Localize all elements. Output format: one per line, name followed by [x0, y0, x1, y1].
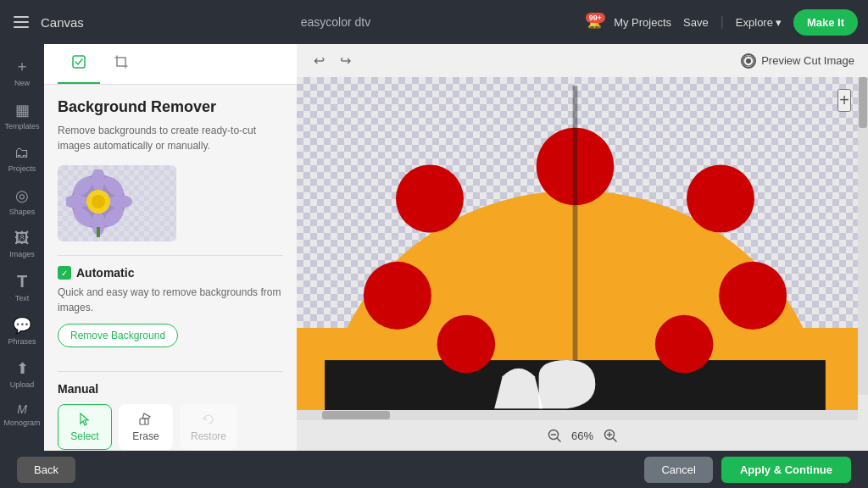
notification-button[interactable]: 🔔 99+ — [587, 16, 602, 29]
svg-line-29 — [557, 438, 560, 441]
svg-point-26 — [655, 315, 714, 374]
vertical-scrollbar-thumb[interactable] — [859, 77, 867, 128]
tab-crop[interactable] — [100, 44, 142, 84]
sidebar-item-images[interactable]: 🖼 Images — [3, 225, 41, 263]
sidebar-item-label: Monogram — [3, 419, 40, 427]
canvas-zoom-plus-button[interactable]: + — [837, 89, 851, 112]
remove-background-button[interactable]: Remove Background — [58, 324, 178, 347]
header-left: Canvas — [10, 13, 84, 31]
svg-point-23 — [364, 262, 431, 330]
preview-cut-button[interactable]: Preview Cut Image — [741, 53, 854, 69]
sidebar-item-text[interactable]: T Text — [3, 267, 41, 308]
sidebar-item-upload[interactable]: ⬆ Upload — [3, 354, 41, 394]
upload-icon: ⬆ — [16, 359, 29, 378]
horizontal-scrollbar[interactable] — [297, 410, 858, 420]
automatic-desc: Quick and easy way to remove backgrounds… — [58, 285, 283, 315]
chevron-down-icon: ▾ — [776, 16, 782, 29]
sidebar-item-label: Text — [15, 294, 30, 302]
canvas-image — [297, 77, 858, 410]
svg-rect-13 — [140, 419, 148, 424]
automatic-title: Automatic — [76, 266, 134, 280]
explore-button[interactable]: Explore ▾ — [736, 16, 782, 29]
header-divider: | — [721, 14, 724, 30]
tab-bg-remove[interactable] — [58, 44, 100, 84]
preview-cut-label: Preview Cut Image — [761, 54, 854, 67]
ladybug-illustration — [297, 77, 858, 410]
erase-tool-label: Erase — [132, 430, 159, 442]
select-tool-button[interactable]: Select — [58, 404, 112, 450]
automatic-title-row: ✓ Automatic — [58, 266, 283, 280]
sidebar-item-shapes[interactable]: ◎ Shapes — [3, 181, 41, 221]
sidebar-item-phrases[interactable]: 💬 Phrases — [3, 311, 41, 351]
panel-description: Remove backgrounds to create ready-to-cu… — [58, 123, 283, 153]
manual-tools: Select Erase — [58, 404, 283, 450]
sidebar-item-new[interactable]: ＋ New — [3, 51, 41, 92]
my-projects-button[interactable]: My Projects — [614, 16, 671, 29]
footer-right: Cancel Apply & Continue — [644, 457, 851, 483]
svg-point-5 — [108, 195, 132, 208]
sidebar-item-label: New — [14, 79, 30, 87]
zoom-in-button[interactable] — [600, 425, 620, 446]
manual-section: Manual Select Erase — [58, 382, 283, 451]
select-tool-label: Select — [70, 430, 98, 442]
automatic-section: ✓ Automatic Quick and easy way to remove… — [58, 266, 283, 361]
preview-image — [58, 165, 176, 241]
preview-cut-icon — [741, 53, 756, 69]
make-it-button[interactable]: Make It — [793, 9, 858, 36]
cancel-button[interactable]: Cancel — [644, 457, 712, 483]
zoom-level: 66% — [571, 430, 593, 442]
canvas-area: ↩ ↪ Preview Cut Image — [297, 44, 868, 451]
svg-point-11 — [92, 195, 105, 208]
canvas-bottom: 66% — [297, 420, 868, 451]
sidebar-item-label: Phrases — [8, 337, 36, 346]
restore-tool-label: Restore — [191, 430, 226, 442]
monogram-icon: M — [17, 402, 27, 416]
panel-tabs — [44, 44, 297, 85]
redo-button[interactable]: ↪ — [337, 51, 354, 70]
sidebar-item-label: Images — [9, 250, 35, 258]
svg-point-22 — [687, 165, 754, 233]
notification-badge: 99+ — [586, 13, 605, 23]
sidebar-item-templates[interactable]: ▦ Templates — [3, 96, 41, 136]
icon-sidebar: ＋ New ▦ Templates 🗂 Projects ◎ Shapes 🖼 … — [0, 44, 44, 451]
manual-title: Manual — [58, 382, 283, 396]
panel: Background Remover Remove backgrounds to… — [44, 44, 297, 451]
new-icon: ＋ — [14, 56, 30, 76]
erase-tool-button[interactable]: Erase — [119, 404, 173, 450]
save-button[interactable]: Save — [683, 16, 709, 29]
undo-button[interactable]: ↩ — [310, 51, 328, 70]
zoom-out-button[interactable] — [544, 425, 565, 446]
canvas-title: Canvas — [41, 15, 84, 30]
canvas-viewport[interactable]: + — [297, 77, 868, 420]
sidebar-item-label: Projects — [8, 164, 36, 173]
panel-title: Background Remover — [58, 98, 283, 116]
back-button[interactable]: Back — [17, 457, 75, 483]
sidebar-item-label: Shapes — [9, 208, 36, 216]
horizontal-scrollbar-thumb[interactable] — [322, 411, 390, 419]
header-right: 🔔 99+ My Projects Save | Explore ▾ Make … — [587, 9, 858, 36]
vertical-scrollbar[interactable] — [858, 77, 868, 395]
toolbar-left: ↩ ↪ — [310, 51, 354, 70]
footer: Back Cancel Apply & Continue — [0, 451, 868, 488]
canvas-toolbar: ↩ ↪ Preview Cut Image — [297, 44, 868, 77]
svg-rect-0 — [73, 56, 85, 68]
panel-content: Background Remover Remove backgrounds to… — [44, 85, 297, 451]
sidebar-item-label: Upload — [10, 380, 35, 389]
divider-2 — [58, 371, 283, 372]
apply-continue-button[interactable]: Apply & Continue — [721, 457, 851, 483]
projects-icon: 🗂 — [14, 144, 30, 162]
svg-point-21 — [396, 165, 464, 233]
sidebar-item-projects[interactable]: 🗂 Projects — [3, 139, 41, 178]
svg-point-25 — [437, 315, 496, 374]
sidebar-item-monogram[interactable]: M Monogram — [3, 397, 41, 432]
templates-icon: ▦ — [15, 101, 30, 119]
header-center: easycolor dtv — [94, 15, 577, 29]
app-name: easycolor dtv — [301, 15, 370, 29]
shapes-icon: ◎ — [15, 186, 29, 205]
automatic-icon: ✓ — [58, 266, 71, 280]
restore-tool-button[interactable]: Restore — [180, 404, 237, 450]
divider-1 — [58, 255, 283, 256]
main: ＋ New ▦ Templates 🗂 Projects ◎ Shapes 🖼 … — [0, 44, 868, 451]
text-icon: T — [17, 272, 27, 291]
menu-button[interactable] — [10, 13, 32, 31]
